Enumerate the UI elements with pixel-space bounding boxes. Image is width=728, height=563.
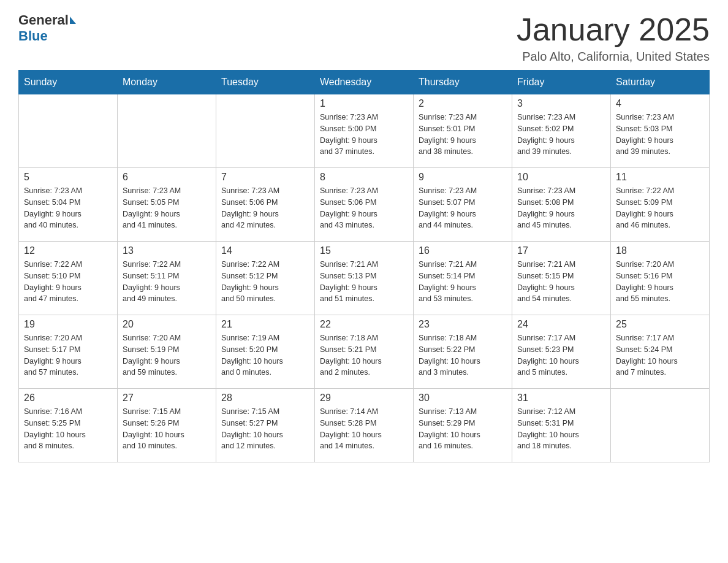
day-number: 7	[221, 172, 309, 183]
calendar-cell	[19, 94, 118, 168]
calendar-cell: 14Sunrise: 7:22 AMSunset: 5:12 PMDayligh…	[216, 242, 315, 315]
calendar-cell: 10Sunrise: 7:23 AMSunset: 5:08 PMDayligh…	[512, 168, 611, 242]
day-number: 30	[419, 393, 507, 404]
day-info: Sunrise: 7:12 AMSunset: 5:31 PMDaylight:…	[517, 406, 605, 452]
day-info: Sunrise: 7:23 AMSunset: 5:04 PMDaylight:…	[24, 185, 112, 231]
day-number: 19	[24, 319, 112, 330]
weekday-header-sunday: Sunday	[19, 71, 118, 94]
calendar-week-5: 26Sunrise: 7:16 AMSunset: 5:25 PMDayligh…	[19, 389, 710, 462]
calendar-cell: 2Sunrise: 7:23 AMSunset: 5:01 PMDaylight…	[414, 94, 512, 168]
calendar-cell: 12Sunrise: 7:22 AMSunset: 5:10 PMDayligh…	[19, 242, 118, 315]
calendar-week-1: 1Sunrise: 7:23 AMSunset: 5:00 PMDaylight…	[19, 94, 710, 168]
calendar-cell: 23Sunrise: 7:18 AMSunset: 5:22 PMDayligh…	[414, 315, 512, 389]
calendar-cell: 9Sunrise: 7:23 AMSunset: 5:07 PMDaylight…	[414, 168, 512, 242]
day-info: Sunrise: 7:22 AMSunset: 5:11 PMDaylight:…	[123, 259, 211, 305]
day-info: Sunrise: 7:20 AMSunset: 5:16 PMDaylight:…	[616, 259, 704, 305]
day-info: Sunrise: 7:23 AMSunset: 5:00 PMDaylight:…	[320, 112, 408, 158]
calendar-cell: 4Sunrise: 7:23 AMSunset: 5:03 PMDaylight…	[611, 94, 710, 168]
day-info: Sunrise: 7:17 AMSunset: 5:24 PMDaylight:…	[616, 332, 704, 378]
calendar-table: SundayMondayTuesdayWednesdayThursdayFrid…	[18, 70, 710, 462]
calendar-cell: 7Sunrise: 7:23 AMSunset: 5:06 PMDaylight…	[216, 168, 315, 242]
calendar-cell: 16Sunrise: 7:21 AMSunset: 5:14 PMDayligh…	[414, 242, 512, 315]
day-number: 27	[123, 393, 211, 404]
calendar-cell: 8Sunrise: 7:23 AMSunset: 5:06 PMDaylight…	[315, 168, 414, 242]
logo-blue-text: Blue	[18, 28, 48, 44]
day-number: 2	[419, 98, 507, 109]
calendar-cell: 5Sunrise: 7:23 AMSunset: 5:04 PMDaylight…	[19, 168, 118, 242]
calendar-cell: 25Sunrise: 7:17 AMSunset: 5:24 PMDayligh…	[611, 315, 710, 389]
day-info: Sunrise: 7:18 AMSunset: 5:21 PMDaylight:…	[320, 332, 408, 378]
day-info: Sunrise: 7:22 AMSunset: 5:09 PMDaylight:…	[616, 185, 704, 231]
weekday-header-thursday: Thursday	[414, 71, 512, 94]
weekday-header-friday: Friday	[512, 71, 611, 94]
calendar-header: SundayMondayTuesdayWednesdayThursdayFrid…	[19, 71, 710, 94]
location-subtitle: Palo Alto, California, United States	[517, 50, 710, 64]
day-number: 26	[24, 393, 112, 404]
calendar-cell	[118, 94, 216, 168]
day-info: Sunrise: 7:15 AMSunset: 5:26 PMDaylight:…	[123, 406, 211, 452]
calendar-cell: 27Sunrise: 7:15 AMSunset: 5:26 PMDayligh…	[118, 389, 216, 462]
calendar-cell: 18Sunrise: 7:20 AMSunset: 5:16 PMDayligh…	[611, 242, 710, 315]
logo[interactable]: General Blue	[18, 12, 77, 44]
day-number: 28	[221, 393, 309, 404]
day-number: 4	[616, 98, 704, 109]
day-info: Sunrise: 7:23 AMSunset: 5:01 PMDaylight:…	[419, 112, 507, 158]
day-number: 21	[221, 319, 309, 330]
day-number: 9	[419, 172, 507, 183]
day-number: 22	[320, 319, 408, 330]
day-info: Sunrise: 7:15 AMSunset: 5:27 PMDaylight:…	[221, 406, 309, 452]
weekday-header-wednesday: Wednesday	[315, 71, 414, 94]
day-info: Sunrise: 7:14 AMSunset: 5:28 PMDaylight:…	[320, 406, 408, 452]
day-number: 18	[616, 245, 704, 256]
calendar-cell: 28Sunrise: 7:15 AMSunset: 5:27 PMDayligh…	[216, 389, 315, 462]
calendar-cell: 13Sunrise: 7:22 AMSunset: 5:11 PMDayligh…	[118, 242, 216, 315]
day-number: 11	[616, 172, 704, 183]
calendar-cell: 20Sunrise: 7:20 AMSunset: 5:19 PMDayligh…	[118, 315, 216, 389]
title-section: January 2025 Palo Alto, California, Unit…	[517, 12, 710, 64]
calendar-cell: 29Sunrise: 7:14 AMSunset: 5:28 PMDayligh…	[315, 389, 414, 462]
day-number: 15	[320, 245, 408, 256]
day-number: 10	[517, 172, 605, 183]
day-number: 5	[24, 172, 112, 183]
day-info: Sunrise: 7:23 AMSunset: 5:06 PMDaylight:…	[320, 185, 408, 231]
calendar-cell: 22Sunrise: 7:18 AMSunset: 5:21 PMDayligh…	[315, 315, 414, 389]
day-number: 3	[517, 98, 605, 109]
calendar-cell: 26Sunrise: 7:16 AMSunset: 5:25 PMDayligh…	[19, 389, 118, 462]
calendar-cell: 1Sunrise: 7:23 AMSunset: 5:00 PMDaylight…	[315, 94, 414, 168]
day-number: 14	[221, 245, 309, 256]
day-info: Sunrise: 7:13 AMSunset: 5:29 PMDaylight:…	[419, 406, 507, 452]
calendar-cell	[216, 94, 315, 168]
calendar-body: 1Sunrise: 7:23 AMSunset: 5:00 PMDaylight…	[19, 94, 710, 462]
calendar-cell: 3Sunrise: 7:23 AMSunset: 5:02 PMDaylight…	[512, 94, 611, 168]
day-info: Sunrise: 7:23 AMSunset: 5:03 PMDaylight:…	[616, 112, 704, 158]
month-title: January 2025	[517, 12, 710, 47]
calendar-cell: 19Sunrise: 7:20 AMSunset: 5:17 PMDayligh…	[19, 315, 118, 389]
weekday-header-tuesday: Tuesday	[216, 71, 315, 94]
day-number: 20	[123, 319, 211, 330]
day-info: Sunrise: 7:21 AMSunset: 5:15 PMDaylight:…	[517, 259, 605, 305]
day-info: Sunrise: 7:18 AMSunset: 5:22 PMDaylight:…	[419, 332, 507, 378]
calendar-cell: 24Sunrise: 7:17 AMSunset: 5:23 PMDayligh…	[512, 315, 611, 389]
weekday-header-monday: Monday	[118, 71, 216, 94]
day-number: 13	[123, 245, 211, 256]
day-number: 8	[320, 172, 408, 183]
weekday-header-saturday: Saturday	[611, 71, 710, 94]
day-info: Sunrise: 7:22 AMSunset: 5:12 PMDaylight:…	[221, 259, 309, 305]
day-info: Sunrise: 7:20 AMSunset: 5:17 PMDaylight:…	[24, 332, 112, 378]
day-info: Sunrise: 7:23 AMSunset: 5:08 PMDaylight:…	[517, 185, 605, 231]
logo-general-text: General	[18, 12, 69, 28]
day-info: Sunrise: 7:21 AMSunset: 5:13 PMDaylight:…	[320, 259, 408, 305]
page-header: General Blue January 2025 Palo Alto, Cal…	[18, 12, 710, 64]
day-number: 12	[24, 245, 112, 256]
day-number: 1	[320, 98, 408, 109]
day-number: 23	[419, 319, 507, 330]
day-info: Sunrise: 7:23 AMSunset: 5:06 PMDaylight:…	[221, 185, 309, 231]
calendar-cell: 15Sunrise: 7:21 AMSunset: 5:13 PMDayligh…	[315, 242, 414, 315]
day-info: Sunrise: 7:16 AMSunset: 5:25 PMDaylight:…	[24, 406, 112, 452]
day-number: 6	[123, 172, 211, 183]
day-number: 25	[616, 319, 704, 330]
day-number: 16	[419, 245, 507, 256]
day-info: Sunrise: 7:20 AMSunset: 5:19 PMDaylight:…	[123, 332, 211, 378]
day-number: 31	[517, 393, 605, 404]
day-number: 24	[517, 319, 605, 330]
